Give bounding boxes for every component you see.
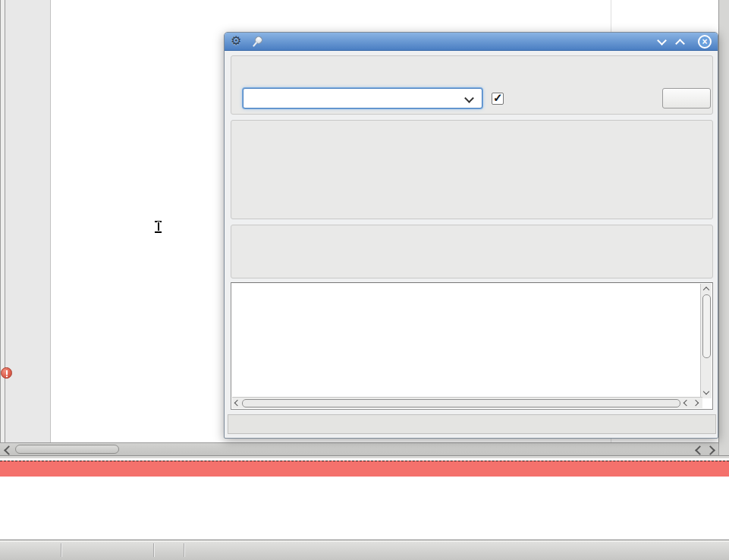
scroll-left-icon[interactable] — [695, 445, 705, 455]
stufen-group — [231, 120, 713, 219]
tree-hscroll-thumb[interactable] — [242, 399, 680, 407]
editor-gutter[interactable] — [5, 0, 51, 442]
editor-statusbar — [0, 540, 729, 560]
scroll-right-icon[interactable] — [693, 400, 699, 406]
rescan-button[interactable] — [662, 88, 711, 109]
scope-combobox[interactable] — [243, 88, 482, 109]
filter-group — [231, 225, 713, 278]
with-packages-checkbox[interactable]: ✓ — [492, 93, 504, 105]
shade-button[interactable] — [657, 37, 666, 46]
messages-header[interactable] — [0, 461, 729, 477]
maximize-button[interactable] — [675, 37, 684, 46]
gear-icon: ⚙ — [231, 33, 241, 48]
editor-vertical-scrollbar[interactable] — [718, 0, 729, 455]
tree-vscroll-thumb[interactable] — [702, 294, 711, 358]
editor-hscroll-thumb[interactable] — [15, 445, 119, 454]
chevron-down-icon — [464, 93, 474, 103]
pin-icon[interactable] — [249, 33, 265, 49]
statusbar-separator — [61, 543, 61, 557]
messages-panel[interactable] — [0, 458, 729, 540]
mouse-ibeam-cursor — [154, 221, 162, 233]
suchbereich-group: ✓ — [231, 55, 713, 115]
scroll-left-icon[interactable] — [234, 400, 240, 406]
scroll-up-icon[interactable] — [703, 287, 709, 293]
statusbar-separator — [153, 543, 154, 557]
scroll-left-icon[interactable] — [4, 445, 14, 455]
scroll-left-icon[interactable] — [683, 400, 690, 406]
statusbar-separator — [184, 543, 184, 557]
tree-horizontal-scrollbar[interactable] — [232, 397, 702, 408]
close-button[interactable]: × — [698, 35, 712, 49]
scroll-down-icon[interactable] — [703, 389, 709, 395]
tree-vertical-scrollbar[interactable] — [700, 284, 712, 398]
browser-tree[interactable] — [231, 282, 713, 410]
lazarus-ide: ⚙ × ✓ — [0, 0, 729, 560]
scroll-right-icon[interactable] — [705, 445, 715, 455]
gutter-error-icon — [1, 367, 12, 379]
code-browser-dialog: ⚙ × ✓ — [224, 32, 718, 439]
editor-horizontal-scrollbar[interactable] — [0, 442, 718, 455]
dialog-titlebar[interactable]: ⚙ × — [225, 33, 718, 51]
browser-statusbar — [228, 414, 716, 434]
